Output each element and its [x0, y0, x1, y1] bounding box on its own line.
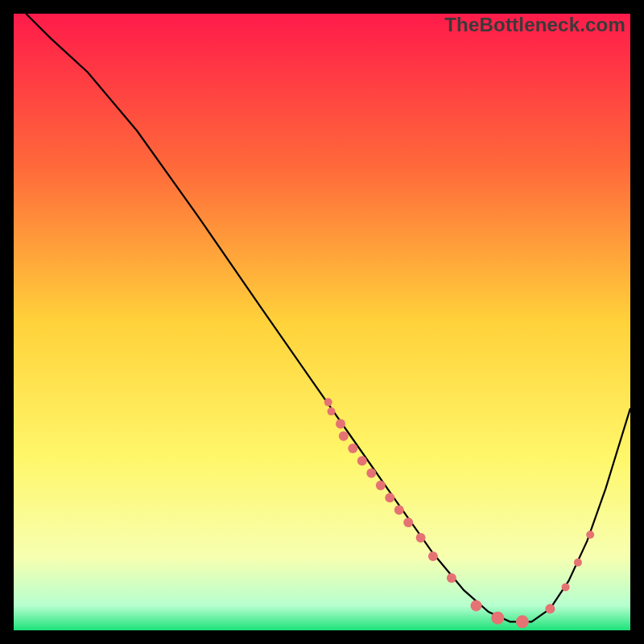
scatter-point: [574, 559, 582, 567]
scatter-point: [403, 518, 413, 527]
scatter-point: [491, 612, 504, 625]
scatter-point: [339, 431, 349, 441]
scatter-point: [357, 456, 367, 465]
scatter-point: [336, 419, 345, 428]
scatter-point: [328, 407, 336, 415]
watermark-text: TheBottleneck.com: [444, 14, 625, 36]
scatter-point: [394, 506, 404, 515]
chart-frame: TheBottleneck.com: [0, 0, 644, 644]
scatter-point: [416, 533, 426, 543]
chart-svg: [14, 14, 630, 630]
scatter-point: [586, 530, 594, 539]
chart-plot-area: TheBottleneck.com: [14, 14, 630, 630]
chart-background: [14, 14, 630, 630]
scatter-point: [545, 604, 555, 613]
scatter-point: [471, 600, 482, 611]
scatter-point: [562, 583, 570, 591]
scatter-point: [385, 493, 394, 502]
scatter-point: [348, 444, 357, 453]
scatter-point: [447, 573, 456, 583]
scatter-point: [376, 481, 386, 490]
scatter-point: [516, 615, 529, 628]
scatter-point: [366, 469, 376, 478]
scatter-point: [428, 551, 438, 561]
scatter-point: [324, 398, 332, 407]
